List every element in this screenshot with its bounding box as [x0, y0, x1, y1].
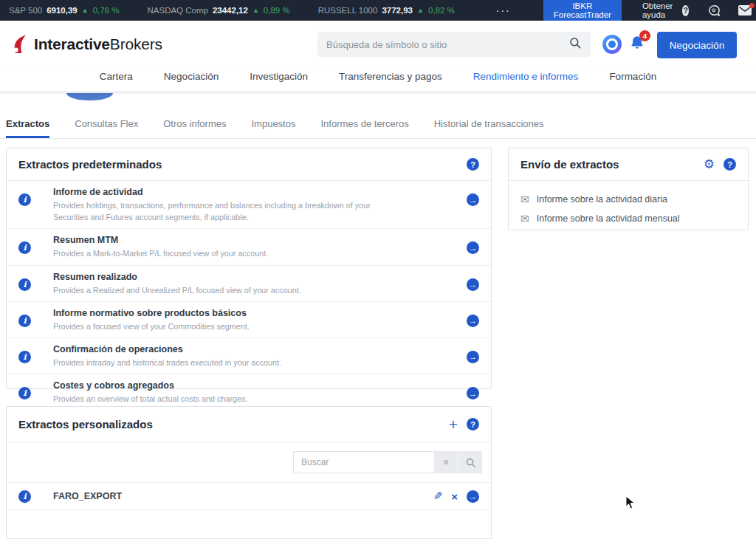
statement-description: Provides a focused view of your Commodit…	[53, 320, 393, 332]
delivery-item-monthly[interactable]: ✉ Informe sobre la actividad mensual	[520, 209, 736, 228]
run-statement-arrow-icon[interactable]: →	[467, 351, 479, 363]
statement-delivery-body: ✉ Informe sobre la actividad diaria ✉ In…	[509, 181, 748, 237]
run-statement-arrow-icon[interactable]: →	[467, 241, 479, 254]
ibkr-forecasttrader-button[interactable]: IBKR ForecastTrader	[543, 0, 622, 22]
custom-statement-name: FARO_EXPORT	[53, 491, 433, 501]
notifications-bell-icon[interactable]: 4	[630, 35, 645, 53]
more-tickers-icon[interactable]: ···	[496, 4, 511, 16]
ticker-change: 0,82 %	[428, 6, 455, 15]
add-custom-statement-icon[interactable]: +	[449, 416, 458, 432]
search-icon[interactable]	[568, 36, 582, 52]
statement-description: Provides an overview of total actual cos…	[53, 393, 393, 405]
nav-item-formacion[interactable]: Formación	[609, 69, 656, 82]
market-ticker-bar: S&P 500 6910,39 ▲ 0,76 % NASDAQ Comp 234…	[0, 0, 756, 21]
up-arrow-icon: ▲	[82, 7, 89, 14]
help-icon[interactable]: ?	[467, 158, 479, 171]
ticker-sp500: S&P 500 6910,39 ▲ 0,76 %	[9, 6, 120, 15]
assistant-lens-icon[interactable]	[602, 35, 622, 54]
run-statement-arrow-icon[interactable]: →	[467, 490, 479, 503]
default-statements-header: Extractos predeterminados ?	[7, 148, 491, 181]
trade-button[interactable]: Negociación	[657, 32, 737, 58]
custom-search-input[interactable]	[293, 451, 433, 473]
gear-icon[interactable]: ⚙	[704, 158, 715, 171]
envelope-icon: ✉	[520, 213, 529, 224]
mouse-cursor	[625, 495, 635, 512]
info-icon[interactable]: i	[18, 315, 31, 327]
envelope-icon: ✉	[520, 194, 529, 205]
statement-delivery-header: Envío de extractos ⚙ ?	[509, 148, 748, 181]
ib-spinnaker-icon	[10, 34, 29, 55]
delivery-item-daily[interactable]: ✉ Informe sobre la actividad diaria	[520, 190, 736, 209]
app-header: InteractiveBrokers 4 Negociación	[0, 21, 756, 69]
notifications-badge: 4	[639, 30, 650, 41]
primary-nav: Cartera Negociación Investigación Transf…	[0, 69, 756, 92]
nav-item-rendimiento-e-informes[interactable]: Rendimiento e informes	[473, 69, 579, 82]
delete-x-icon[interactable]: ×	[451, 490, 458, 503]
nav-item-negociacion[interactable]: Negociación	[164, 69, 219, 82]
statement-row-informe-normativo: i Informe normativo sobre productos bási…	[7, 302, 491, 338]
statement-text: Informe normativo sobre productos básico…	[53, 308, 467, 332]
help-icon[interactable]: ?	[724, 158, 736, 171]
up-arrow-icon: ▲	[252, 7, 259, 14]
custom-statements-card: Extractos personalizados + ? × i FARO_EX…	[6, 406, 492, 539]
info-icon[interactable]: i	[18, 387, 31, 399]
ticker-change: 0,76 %	[93, 6, 120, 15]
statement-description: Provides a Realized and Unrealized P/L f…	[53, 284, 393, 296]
statement-title: Informe normativo sobre productos básico…	[53, 308, 452, 318]
mail-notification-dot	[749, 3, 755, 8]
info-icon[interactable]: i	[18, 193, 31, 206]
brand-regular: Brokers	[110, 35, 162, 52]
clear-search-icon[interactable]: ×	[433, 451, 458, 473]
info-icon[interactable]: i	[18, 351, 31, 363]
ticker-label: RUSSELL 1000	[318, 6, 378, 15]
run-statement-arrow-icon[interactable]: →	[467, 193, 479, 206]
run-statement-arrow-icon[interactable]: →	[467, 278, 479, 291]
symbol-search-box[interactable]	[317, 32, 591, 57]
support-chat-icon[interactable]	[708, 4, 721, 17]
up-arrow-icon: ▲	[417, 7, 424, 14]
statement-description: Provides holdings, transactions, perform…	[53, 199, 393, 223]
tab-historial-de-transacciones[interactable]: Historial de transacciones	[434, 118, 544, 138]
tab-consultas-flex[interactable]: Consultas Flex	[75, 118, 138, 138]
info-icon[interactable]: i	[18, 490, 31, 503]
info-icon[interactable]: i	[18, 278, 31, 291]
default-statements-card: Extractos predeterminados ? i Informe de…	[6, 148, 492, 389]
statement-row-confirmacion-de-operaciones: i Confirmación de operaciones Provides i…	[7, 338, 491, 374]
search-icon[interactable]	[458, 451, 482, 473]
nav-item-transferencias[interactable]: Transferencias y pagos	[339, 69, 442, 82]
symbol-search-input[interactable]	[326, 39, 568, 50]
delivery-item-label: Informe sobre la actividad diaria	[537, 194, 667, 205]
tab-informes-de-terceros[interactable]: Informes de terceros	[320, 118, 408, 138]
get-help-label: Obtener ayuda	[642, 1, 677, 19]
run-statement-arrow-icon[interactable]: →	[467, 387, 479, 399]
tab-extractos[interactable]: Extractos	[6, 118, 49, 138]
get-help-link[interactable]: Obtener ayuda ?	[642, 1, 690, 19]
info-icon[interactable]: i	[18, 241, 31, 254]
custom-statements-header: Extractos personalizados + ?	[7, 407, 491, 442]
interactive-brokers-logo[interactable]: InteractiveBrokers	[10, 34, 162, 55]
brand-text: InteractiveBrokers	[34, 35, 162, 53]
run-statement-arrow-icon[interactable]: →	[467, 315, 479, 327]
statement-text: Resumen MTM Provides a Mark-to-Market P/…	[53, 235, 467, 259]
assistant-lens-core	[608, 41, 616, 48]
statement-description: Provides a Mark-to-Market P/L focused vi…	[53, 247, 393, 259]
brand-bold: Interactive	[34, 35, 110, 52]
ticker-label: NASDAQ Comp	[148, 6, 208, 15]
delivery-item-label: Informe sobre la actividad mensual	[537, 213, 680, 224]
tab-otros-informes[interactable]: Otros informes	[163, 118, 226, 138]
custom-statements-title: Extractos personalizados	[18, 418, 449, 430]
statement-delivery-title: Envío de extractos	[520, 158, 704, 171]
tab-impuestos[interactable]: Impuestos	[251, 118, 295, 138]
ticker-russell: RUSSELL 1000 3772,93 ▲ 0,82 %	[318, 6, 455, 15]
statement-row-resumen-mtm: i Resumen MTM Provides a Mark-to-Market …	[7, 229, 491, 265]
mail-icon[interactable]	[738, 5, 752, 16]
edit-pencil-icon[interactable]: ✎	[433, 490, 443, 503]
nav-item-investigacion[interactable]: Investigación	[250, 69, 308, 82]
ticker-label: S&P 500	[9, 6, 42, 15]
statement-text: Confirmación de operaciones Provides int…	[53, 344, 467, 368]
nav-item-cartera[interactable]: Cartera	[100, 69, 133, 82]
statement-text: Costes y cobros agregados Provides an ov…	[53, 380, 467, 405]
statement-delivery-card: Envío de extractos ⚙ ? ✉ Informe sobre l…	[508, 148, 749, 230]
statement-row-informe-de-actividad: i Informe de actividad Provides holdings…	[7, 181, 491, 229]
help-icon[interactable]: ?	[467, 418, 479, 430]
